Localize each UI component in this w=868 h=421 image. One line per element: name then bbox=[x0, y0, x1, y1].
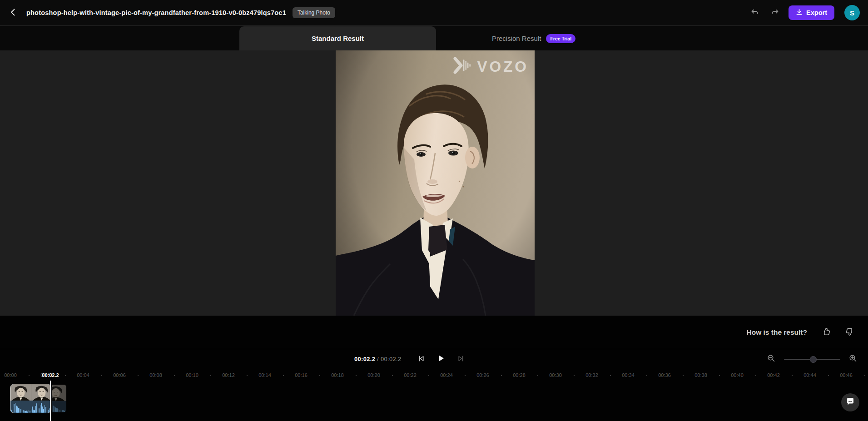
download-icon bbox=[796, 9, 803, 17]
redo-icon bbox=[771, 8, 779, 18]
avatar[interactable]: S bbox=[844, 5, 860, 20]
result-tabbar: Standard Result Precision Result Free Tr… bbox=[0, 26, 868, 50]
header-bar: photoshop-help-with-vintage-pic-of-my-gr… bbox=[0, 0, 868, 26]
export-button-label: Export bbox=[806, 9, 827, 16]
timeline-panel: 00:0000:0200:0400:0600:0800:1000:1200:14… bbox=[0, 369, 868, 421]
portrait-image bbox=[336, 50, 535, 316]
play-button[interactable] bbox=[434, 352, 448, 367]
redo-button[interactable] bbox=[768, 5, 782, 20]
playhead-time: 00:02.2 bbox=[42, 372, 59, 378]
playback-buttons bbox=[415, 352, 467, 367]
tab-standard-result[interactable]: Standard Result bbox=[239, 26, 436, 50]
play-icon bbox=[437, 354, 445, 364]
zoom-controls bbox=[764, 349, 860, 369]
chat-launcher[interactable] bbox=[841, 393, 859, 411]
feedback-thumbs bbox=[819, 324, 857, 341]
clip-fragment bbox=[52, 385, 66, 412]
app-window: photoshop-help-with-vintage-pic-of-my-gr… bbox=[0, 0, 868, 421]
zoom-in-icon bbox=[849, 354, 857, 364]
zoom-in-button[interactable] bbox=[846, 352, 860, 367]
current-time: 00:02.2 bbox=[354, 356, 375, 362]
timeline-ruler[interactable]: 00:0000:0200:0400:0600:0800:1000:1200:14… bbox=[0, 372, 868, 380]
skip-back-icon bbox=[417, 355, 425, 364]
playhead[interactable] bbox=[50, 381, 51, 421]
export-button[interactable]: Export bbox=[789, 5, 834, 20]
chat-bubble-icon bbox=[846, 397, 855, 408]
feedback-bar: How is the result? bbox=[0, 316, 868, 349]
undo-icon bbox=[750, 8, 759, 18]
skip-to-end-button[interactable] bbox=[454, 352, 467, 367]
thumbs-down-icon bbox=[845, 327, 854, 338]
clip-fragment-waveform bbox=[52, 401, 66, 412]
skip-forward-icon bbox=[457, 355, 465, 364]
zoom-out-button[interactable] bbox=[764, 352, 778, 367]
video-stage: VOZO bbox=[0, 50, 868, 316]
zoom-out-icon bbox=[767, 354, 775, 364]
avatar-initial: S bbox=[850, 9, 854, 17]
video-frame[interactable]: VOZO bbox=[336, 50, 535, 316]
document-title: photoshop-help-with-vintage-pic-of-my-gr… bbox=[26, 9, 286, 16]
feedback-question: How is the result? bbox=[747, 328, 808, 337]
clip-waveform bbox=[10, 401, 51, 413]
time-separator: / bbox=[375, 356, 381, 362]
tab-precision-result[interactable]: Precision Result Free Trial bbox=[492, 26, 575, 50]
talking-photo-badge: Talking Photo bbox=[293, 7, 335, 18]
transport-bar: 00:02.2 / 00:02.2 bbox=[0, 349, 868, 369]
zoom-slider[interactable] bbox=[784, 356, 840, 362]
back-icon bbox=[9, 8, 17, 18]
tab-precision-label: Precision Result bbox=[492, 35, 541, 42]
skip-to-start-button[interactable] bbox=[415, 352, 428, 367]
transport-cluster: 00:02.2 / 00:02.2 bbox=[354, 349, 467, 369]
thumbs-up-button[interactable] bbox=[819, 324, 834, 341]
timecode: 00:02.2 / 00:02.2 bbox=[354, 356, 401, 362]
back-button[interactable] bbox=[6, 5, 20, 20]
clip-thumbnails bbox=[10, 384, 51, 401]
tab-standard-label: Standard Result bbox=[312, 35, 364, 42]
zoom-slider-knob[interactable] bbox=[810, 356, 817, 363]
undo-button[interactable] bbox=[748, 5, 762, 20]
timeline-clip[interactable] bbox=[10, 384, 51, 413]
free-trial-badge: Free Trial bbox=[546, 34, 575, 43]
thumbs-down-button[interactable] bbox=[842, 324, 857, 341]
thumbs-up-icon bbox=[822, 327, 831, 338]
total-time: 00:02.2 bbox=[381, 356, 401, 362]
